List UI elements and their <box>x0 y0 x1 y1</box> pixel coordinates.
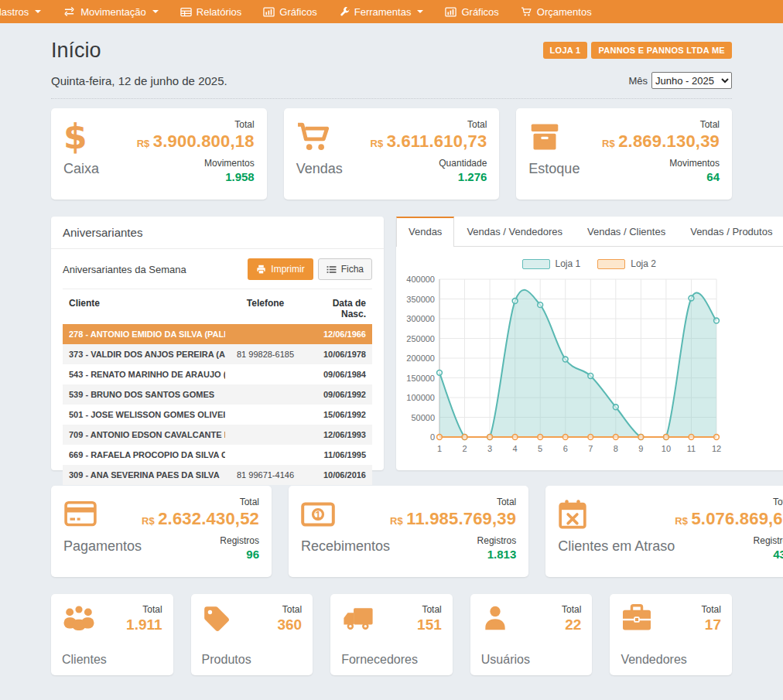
nav-cadastros[interactable]: Cadastros <box>0 0 52 23</box>
chevron-down-icon <box>417 10 423 13</box>
ficha-button[interactable]: Ficha <box>318 258 372 280</box>
cart-icon <box>521 7 532 17</box>
user-icon <box>481 604 509 633</box>
card-fornecedores: Total 151 Fornecedores <box>330 594 453 675</box>
birthday-row[interactable]: 543 - RENATO MARINHO DE ARAUJO (F... 09/… <box>63 364 372 384</box>
svg-text:50000: 50000 <box>411 413 435 422</box>
birthday-row[interactable]: 539 - BRUNO DOS SANTOS GOMES 09/06/1992 <box>63 384 372 405</box>
chart-legend: Loja 1 Loja 2 <box>402 254 775 273</box>
quantity-label: Quantidade <box>371 158 487 169</box>
svg-text:12: 12 <box>712 444 721 453</box>
svg-text:6: 6 <box>563 444 568 453</box>
total-label: Total <box>702 604 721 615</box>
client-name: 373 - VALDIR DOS ANJOS PEREIRA (AN... <box>69 350 225 359</box>
nav-graficos-1-label: Gráficos <box>279 6 316 18</box>
tab-vendas-vendedores[interactable]: Vendas / Vendedores <box>454 217 575 246</box>
registros-label: Registros <box>390 535 516 546</box>
shopping-cart-icon <box>296 121 332 152</box>
client-name: 669 - RAFAELA PROCOPIO DA SILVA CA... <box>69 450 225 459</box>
client-birthdate: 09/06/1984 <box>306 370 366 379</box>
loja-1-swatch <box>522 259 550 269</box>
birthday-row[interactable]: 669 - RAFAELA PROCOPIO DA SILVA CA... 11… <box>63 445 372 465</box>
nav-movimentacao[interactable]: Movimentação <box>52 0 169 23</box>
pagamentos-count: 96 <box>142 548 259 561</box>
total-label: Total <box>390 497 516 507</box>
nav-ferramentas[interactable]: Ferramentas <box>328 0 435 23</box>
vendedores-total: 17 <box>702 616 721 633</box>
birthday-row[interactable]: 373 - VALDIR DOS ANJOS PEREIRA (AN... 81… <box>63 344 372 364</box>
card-caixa-label: Caixa <box>63 161 99 177</box>
client-name: 709 - ANTONIO EDSON CAVALCANTE D... <box>69 430 225 439</box>
nav-movimentacao-label: Movimentação <box>80 6 146 18</box>
month-select[interactable]: Junho - 2025 <box>651 72 732 89</box>
card-pagamentos-label: Pagamentos <box>63 538 142 555</box>
calendar-x-icon <box>558 499 587 530</box>
chevron-down-icon <box>35 10 41 13</box>
nav-orcamentos-label: Orçamentos <box>537 6 592 18</box>
month-label: Mês <box>628 75 648 87</box>
nav-ferramentas-label: Ferramentas <box>354 6 412 18</box>
produtos-total: 360 <box>277 616 302 633</box>
nav-orcamentos[interactable]: Orçamentos <box>510 0 603 23</box>
client-birthdate: 15/06/1992 <box>306 410 366 419</box>
tag-icon <box>202 604 231 633</box>
card-usuarios-label: Usuários <box>481 653 582 667</box>
tab-vendas-produtos[interactable]: Vendas / Produtos <box>678 217 783 246</box>
birthday-row[interactable]: 709 - ANTONIO EDSON CAVALCANTE D... 12/0… <box>63 425 372 445</box>
exchange-icon <box>63 6 76 17</box>
birthday-row[interactable]: 278 - ANTONIO EMIDIO DA SILVA (PALE... 1… <box>63 324 372 344</box>
birthdays-panel-title: Aniversariantes <box>51 217 384 249</box>
card-vendedores-label: Vendedores <box>621 653 721 667</box>
birthday-row[interactable]: 501 - JOSE WELISSON GOMES OLIVEIR... 15/… <box>63 405 372 425</box>
client-name: 309 - ANA SEVERINA PAES DA SILVA <box>69 470 225 480</box>
tab-vendas[interactable]: Vendas <box>396 217 454 247</box>
card-caixa: $ Caixa Total R$ 3.900.800,18 Movimentos… <box>51 108 267 200</box>
caixa-count: 1.958 <box>137 170 255 183</box>
birthdays-table: Cliente Telefone Data de Nasc. 278 - ANT… <box>63 292 372 485</box>
total-label: Total <box>142 497 259 507</box>
total-label: Total <box>126 604 162 615</box>
card-usuarios: Total 22 Usuários <box>470 594 593 675</box>
birthdays-table-header: Cliente Telefone Data de Nasc. <box>63 292 372 324</box>
tab-vendas-clientes[interactable]: Vendas / Clientes <box>575 217 678 246</box>
card-estoque-label: Estoque <box>528 161 580 177</box>
total-label: Total <box>675 497 783 507</box>
svg-text:100000: 100000 <box>406 393 435 402</box>
movements-label: Movimentos <box>137 158 255 169</box>
clientes-atraso-total-value: R$ 5.076.869,67 <box>675 509 783 529</box>
stock-box-icon <box>528 122 561 152</box>
chevron-down-icon <box>152 10 159 13</box>
card-vendas-label: Vendas <box>296 161 343 177</box>
svg-text:350000: 350000 <box>406 295 435 304</box>
birthday-row[interactable]: 309 - ANA SEVERINA PAES DA SILVA 81 9967… <box>63 465 372 485</box>
card-clientes-atraso-label: Clientes em Atraso <box>558 538 675 555</box>
fornecedores-total: 151 <box>417 616 442 633</box>
client-birthdate: 11/06/1995 <box>306 450 366 459</box>
nav-relatorios[interactable]: Relatórios <box>169 0 253 23</box>
total-label: Total <box>137 119 255 130</box>
svg-text:250000: 250000 <box>406 334 435 343</box>
client-phone: 81 99828-6185 <box>225 350 306 359</box>
briefcase-icon <box>621 604 653 632</box>
total-label: Total <box>371 119 487 130</box>
svg-text:9: 9 <box>638 444 643 453</box>
truck-icon <box>341 604 375 632</box>
legend-loja-1: Loja 1 <box>522 258 581 269</box>
legend-loja-2: Loja 2 <box>597 258 656 269</box>
total-label: Total <box>417 604 442 615</box>
current-date: Quinta-feira, 12 de junho de 2025. <box>51 74 227 87</box>
svg-text:400000: 400000 <box>406 275 435 284</box>
clientes-total: 1.911 <box>126 616 162 633</box>
registros-label: Registros <box>675 535 783 546</box>
print-button[interactable]: Imprimir <box>248 258 313 280</box>
credit-card-icon <box>63 500 97 528</box>
svg-text:5: 5 <box>538 444 542 453</box>
list-icon <box>327 265 337 274</box>
pagamentos-total-value: R$ 2.632.430,52 <box>142 509 259 529</box>
movements-label: Movimentos <box>602 158 720 169</box>
nav-graficos-2[interactable]: Gráficos <box>434 0 509 23</box>
nav-graficos-1[interactable]: Gráficos <box>252 0 327 23</box>
column-cliente: Cliente <box>69 298 225 319</box>
users-icon <box>62 604 96 632</box>
bar-chart-icon <box>445 7 456 17</box>
